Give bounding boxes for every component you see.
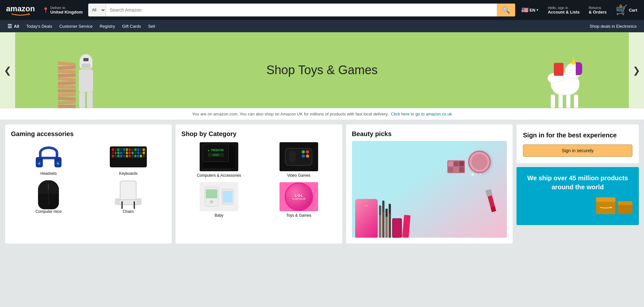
banner-title: Shop Toys & Games <box>266 63 378 77</box>
headsets-label: Headsets <box>40 171 57 176</box>
toys-label: Toys & Games <box>286 213 311 218</box>
ship-worldwide-card: We ship over 45 million products around … <box>516 167 639 225</box>
chairs-image <box>110 180 147 209</box>
svg-marker-0 <box>28 13 30 15</box>
chairs-label: Chairs <box>123 209 134 214</box>
uk-notice-banner: You are on amazon.com. You can also shop… <box>0 108 644 120</box>
banner-next-button[interactable]: ❯ <box>629 32 644 108</box>
keyboards-label: Keyboards <box>119 171 137 176</box>
uk-notice-text: You are on amazon.com. You can also shop… <box>192 112 389 116</box>
cart-icon-wrapper: 🛒 0 <box>616 5 628 15</box>
nav-item-registry[interactable]: Registry <box>96 20 118 32</box>
banner-right-decoration <box>544 56 586 108</box>
returns-label: Returns <box>589 6 607 10</box>
deliver-area[interactable]: 📍 Deliver to United Kingdom <box>40 4 85 16</box>
main-content: Gaming accessories Headsets <box>0 120 644 248</box>
banner-left-decoration <box>58 54 93 108</box>
shipping-boxes-decoration <box>523 196 632 214</box>
uk-notice-link[interactable]: Click here to go to amazon.co.uk <box>391 112 452 116</box>
cart-count: 0 <box>620 4 622 9</box>
flag-icon: 🇺🇸 <box>521 6 528 14</box>
cart-label: Cart <box>629 8 637 13</box>
signin-title: Sign in for the best experience <box>523 131 632 139</box>
gaming-item-headsets[interactable]: Headsets <box>11 142 86 176</box>
next-arrow-icon: ❯ <box>633 65 640 75</box>
header: amazon 📍 Deliver to United Kingdom All 🔍… <box>0 0 644 20</box>
svg-marker-1 <box>611 207 612 208</box>
gaming-item-keyboards[interactable]: Keyboards <box>91 142 166 176</box>
toys-image: L·O·L GLAM GLUE <box>279 182 318 211</box>
category-item-toys[interactable]: L·O·L GLAM GLUE Toys & Games <box>261 182 336 218</box>
nav-shop-deals[interactable]: Shop deals in Electronics <box>586 20 640 32</box>
search-button[interactable]: 🔍 <box>497 4 515 16</box>
language-selector[interactable]: 🇺🇸 EN ▼ <box>518 5 542 15</box>
orders-label: & Orders <box>589 10 607 15</box>
beauty-card: Beauty picks <box>346 124 513 243</box>
nav-item-todays-deals[interactable]: Today's Deals <box>23 20 56 32</box>
keyboards-image <box>110 142 147 171</box>
search-input[interactable] <box>106 4 497 16</box>
search-bar: All 🔍 <box>88 4 516 16</box>
uk-notice-link-text: Click here to go to amazon.co.uk <box>391 112 452 116</box>
banner: ❮ <box>0 32 644 108</box>
lang-code: EN <box>529 8 535 13</box>
category-item-video-games[interactable]: Video Games <box>261 142 336 178</box>
beauty-card-title: Beauty picks <box>352 130 507 138</box>
cart-area[interactable]: 🛒 0 Cart <box>613 4 640 16</box>
nav-customer-service-label: Customer Service <box>59 24 92 29</box>
deliver-country: United Kingdom <box>50 10 82 15</box>
nav-shop-deals-label: Shop deals in Electronics <box>590 24 637 29</box>
video-games-label: Video Games <box>287 173 311 178</box>
chevron-down-icon: ▼ <box>536 8 539 12</box>
video-games-image <box>279 142 318 171</box>
nav-item-customer-service[interactable]: Customer Service <box>56 20 96 32</box>
all-menu-button[interactable]: ☰ All <box>4 20 23 32</box>
logo-text: amazon <box>6 4 35 13</box>
search-category-select[interactable]: All <box>88 4 106 16</box>
hamburger-icon: ☰ <box>7 23 12 29</box>
category-card: Shop by Category ▶ PREDATOR |||||||||||| <box>175 124 342 243</box>
logo[interactable]: amazon <box>4 3 37 17</box>
nav-sell-label: Sell <box>148 24 155 29</box>
nav-item-sell[interactable]: Sell <box>145 20 159 32</box>
ship-title: We ship over 45 million products around … <box>523 173 632 192</box>
nav-registry-label: Registry <box>99 24 115 29</box>
computers-label: Computers & Accessories <box>197 173 241 178</box>
nav-item-gift-cards[interactable]: Gift Cards <box>118 20 145 32</box>
headsets-image <box>30 142 67 171</box>
signin-button[interactable]: Sign in securely <box>523 144 632 157</box>
account-lists-label: Account & Lists <box>548 10 580 15</box>
nav-todays-deals-label: Today's Deals <box>26 24 52 29</box>
right-column: Sign in for the best experience Sign in … <box>516 124 639 243</box>
category-item-baby[interactable]: Baby <box>181 182 257 218</box>
prev-arrow-icon: ❮ <box>4 65 11 75</box>
account-area[interactable]: Hello, sign in Account & Lists <box>545 4 582 16</box>
gaming-accessories-card: Gaming accessories Headsets <box>5 124 172 243</box>
beauty-image[interactable]: ~ <box>352 141 507 238</box>
category-item-computers[interactable]: ▶ PREDATOR |||||||||||| Computers & Acce… <box>181 142 257 178</box>
location-icon: 📍 <box>43 7 49 13</box>
gaming-card-title: Gaming accessories <box>11 130 166 138</box>
baby-label: Baby <box>214 213 223 218</box>
computers-image: ▶ PREDATOR |||||||||||| <box>200 142 238 171</box>
navbar: ☰ All Today's Deals Customer Service Reg… <box>0 20 644 32</box>
gaming-item-chairs[interactable]: Chairs <box>91 180 166 214</box>
logo-smile-icon <box>11 13 30 16</box>
signin-card: Sign in for the best experience Sign in … <box>516 124 639 163</box>
gaming-item-computer-mice[interactable]: Computer mice <box>11 180 86 214</box>
category-card-title: Shop by Category <box>181 130 336 138</box>
returns-area[interactable]: Returns & Orders <box>586 4 610 16</box>
nav-gift-cards-label: Gift Cards <box>122 24 141 29</box>
mice-label: Computer mice <box>35 209 62 214</box>
baby-image <box>200 182 238 211</box>
search-icon: 🔍 <box>502 6 510 14</box>
all-label: All <box>14 24 19 29</box>
hello-label: Hello, sign in <box>548 6 580 10</box>
deliver-label: Deliver to <box>50 6 82 10</box>
mice-image <box>30 180 67 209</box>
banner-prev-button[interactable]: ❮ <box>0 32 15 108</box>
